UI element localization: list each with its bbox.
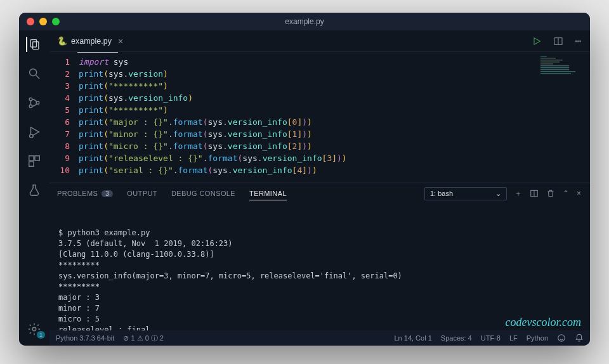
svg-point-5 (29, 105, 32, 108)
problems-count: 3 (102, 190, 113, 197)
svg-rect-1 (33, 42, 39, 49)
line-number: 7 (49, 128, 70, 140)
testing-icon[interactable] (27, 183, 42, 198)
line-number: 5 (49, 104, 70, 116)
split-terminal-icon[interactable] (530, 189, 539, 198)
svg-rect-0 (30, 40, 36, 48)
status-language[interactable]: Python (527, 334, 548, 342)
line-number: 3 (49, 80, 70, 92)
panel-tab-terminal[interactable]: TERMINAL (249, 190, 287, 200)
run-debug-icon[interactable] (27, 124, 42, 140)
status-encoding[interactable]: UTF-8 (481, 334, 501, 342)
panel-tab-debug-console[interactable]: DEBUG CONSOLE (171, 190, 235, 197)
python-file-icon: 🐍 (57, 36, 67, 46)
code-line[interactable]: print("*********") (79, 104, 590, 116)
code-content[interactable]: import sysprint(sys.version)print("*****… (79, 56, 590, 176)
svg-point-2 (30, 69, 37, 76)
code-line[interactable]: print("micro : {}".format(sys.version_in… (79, 140, 590, 152)
code-line[interactable]: print(sys.version) (79, 68, 590, 80)
bottom-panel: PROBLEMS 3 OUTPUT DEBUG CONSOLE TERMINAL… (49, 183, 590, 330)
editor-window: example.py 1 (19, 13, 590, 346)
code-line[interactable]: print("serial : {}".format(sys.version_i… (79, 164, 590, 176)
status-eol[interactable]: LF (509, 334, 518, 342)
terminal-line: ********* (58, 260, 590, 271)
svg-point-8 (30, 134, 34, 138)
settings-gear-icon[interactable]: 1 (27, 322, 42, 337)
svg-rect-11 (29, 162, 34, 166)
more-actions-icon[interactable]: ⋯ (575, 35, 581, 47)
terminal-line: [Clang 11.0.0 (clang-1100.0.33.8)] (58, 249, 590, 260)
svg-point-18 (558, 335, 565, 342)
line-number: 4 (49, 92, 70, 104)
minimap[interactable] (540, 56, 585, 100)
svg-point-4 (29, 98, 32, 101)
extensions-icon[interactable] (27, 153, 42, 169)
status-problems[interactable]: ⊘ 1 ⚠ 0 ⓘ 2 (123, 334, 164, 343)
chevron-down-icon: ⌄ (495, 190, 501, 198)
svg-point-12 (32, 327, 36, 331)
tab-label: example.py (71, 37, 112, 46)
line-number-gutter: 12345678910 (49, 56, 79, 176)
svg-rect-9 (29, 156, 34, 160)
source-control-icon[interactable] (27, 95, 42, 110)
panel-tab-problems[interactable]: PROBLEMS 3 (57, 190, 113, 197)
line-number: 10 (49, 164, 70, 176)
line-number: 6 (49, 116, 70, 128)
window-title: example.py (19, 17, 590, 26)
code-line[interactable]: print("*********") (79, 80, 590, 92)
activity-bar: 1 (19, 30, 49, 346)
code-line[interactable]: print("major : {}".format(sys.version_in… (79, 116, 590, 128)
terminal-output[interactable]: $ python3 example.py3.7.5 (default, Nov … (49, 204, 590, 330)
titlebar[interactable]: example.py (19, 13, 590, 30)
status-bar: Python 3.7.3 64-bit ⊘ 1 ⚠ 0 ⓘ 2 Ln 14, C… (49, 330, 590, 346)
panel-tab-output[interactable]: OUTPUT (127, 190, 157, 197)
terminal-line: 3.7.5 (default, Nov 1 2019, 02:16:23) (58, 238, 590, 249)
terminal-selector[interactable]: 1: bash ⌄ (424, 187, 507, 200)
status-feedback-icon[interactable] (557, 334, 566, 342)
settings-badge: 1 (37, 331, 45, 339)
maximize-panel-icon[interactable]: ⌃ (563, 189, 569, 198)
terminal-line: major : 3 (58, 292, 590, 303)
code-line[interactable]: print("minor : {}".format(sys.version_in… (79, 128, 590, 140)
code-editor[interactable]: 12345678910 import sysprint(sys.version)… (49, 52, 590, 183)
close-panel-icon[interactable]: × (577, 189, 581, 198)
status-python-env[interactable]: Python 3.7.3 64-bit (56, 334, 114, 342)
code-line[interactable]: print("releaselevel : {}".format(sys.ver… (79, 152, 590, 164)
panel-tab-bar: PROBLEMS 3 OUTPUT DEBUG CONSOLE TERMINAL… (49, 183, 590, 204)
watermark-text: codevscolor.com (506, 317, 581, 328)
status-notifications-icon[interactable] (575, 334, 584, 342)
explorer-icon[interactable] (26, 37, 41, 52)
search-icon[interactable] (27, 66, 42, 81)
close-tab-icon[interactable]: × (118, 36, 123, 46)
status-cursor-position[interactable]: Ln 14, Col 1 (394, 334, 431, 342)
terminal-line: $ python3 example.py (58, 228, 590, 238)
editor-tab-example[interactable]: 🐍 example.py × (49, 30, 131, 51)
new-terminal-icon[interactable]: ＋ (514, 188, 522, 199)
terminal-line: minor : 7 (58, 303, 590, 314)
terminal-line: sys.version_info(major=3, minor=7, micro… (58, 271, 590, 282)
svg-point-6 (36, 101, 39, 105)
run-button[interactable] (532, 36, 542, 46)
status-indentation[interactable]: Spaces: 4 (441, 334, 472, 342)
terminal-line: ********* (58, 282, 590, 292)
line-number: 2 (49, 68, 70, 80)
line-number: 8 (49, 140, 70, 152)
code-line[interactable]: print(sys.version_info) (79, 92, 590, 104)
line-number: 9 (49, 152, 70, 164)
line-number: 1 (49, 56, 70, 68)
split-editor-icon[interactable] (553, 36, 563, 46)
kill-terminal-icon[interactable] (546, 189, 555, 198)
code-line[interactable]: import sys (79, 56, 590, 68)
svg-line-3 (36, 75, 40, 79)
svg-marker-13 (534, 37, 540, 44)
svg-rect-10 (35, 156, 39, 160)
editor-tab-bar: 🐍 example.py × ⋯ (49, 30, 590, 52)
